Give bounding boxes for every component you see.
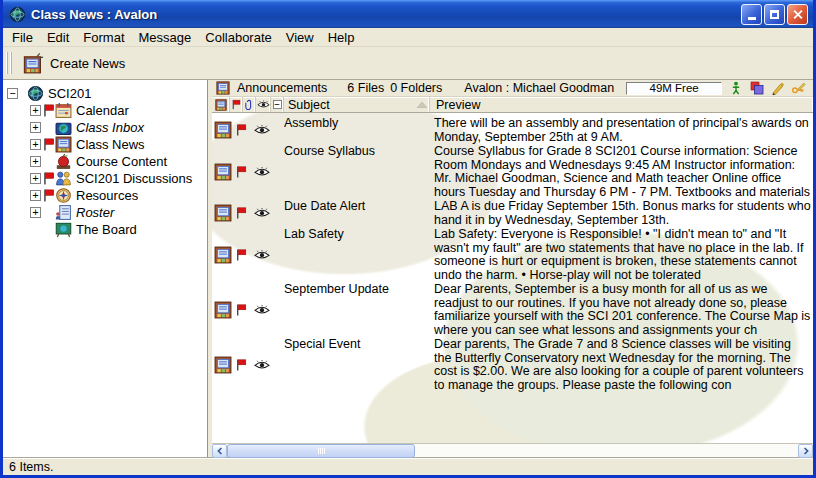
sidebar-item-class-inbox[interactable]: + Class Inbox [3,119,207,136]
message-row-special-event[interactable]: Special Event Dear parents, The Grade 7 … [212,337,813,392]
eye-icon [254,250,270,260]
flag-icon [235,249,247,261]
sidebar-item-calendar[interactable]: + Calendar [3,102,207,119]
folders-count: 0 Folders [390,81,442,95]
sidebar-item-label: SCI201 Discussions [76,171,192,186]
menu-format[interactable]: Format [76,29,131,46]
minimize-button[interactable] [741,4,762,25]
news-icon [214,356,232,374]
toolbar-grip[interactable] [6,52,8,74]
message-subject: Special Event [284,337,434,392]
column-item-icon[interactable] [212,97,230,112]
free-space-indicator: 49M Free [626,82,722,95]
message-preview: Course Syllabus for Grade 8 SCI201 Cours… [434,144,813,199]
message-preview: There will be an assembly and presentati… [434,116,813,144]
news-icon [214,121,232,139]
flag-icon [42,172,55,185]
create-news-label: Create News [50,56,125,71]
create-news-button[interactable]: Create News [14,50,133,76]
flag-icon [42,104,55,117]
green-person-icon [729,81,743,95]
news-icon [215,99,227,111]
message-row-icons [212,337,284,392]
news-icon [214,301,232,319]
people-icon [55,170,72,187]
menu-view[interactable]: View [279,29,321,46]
expand-toggle-icon[interactable]: + [30,139,41,150]
menu-collaborate[interactable]: Collaborate [198,29,279,46]
expand-toggle-icon[interactable]: + [30,190,41,201]
menu-edit[interactable]: Edit [40,29,76,46]
sidebar-item-class-news[interactable]: + Class News [3,136,207,153]
files-count: 6 Files [347,81,384,95]
maximize-button[interactable] [764,4,785,25]
column-read-status[interactable] [256,97,271,112]
scroll-right-button[interactable] [798,444,813,458]
chevron-left-icon [216,447,224,455]
menu-file[interactable]: File [5,29,40,46]
folder-tree-panel: − SCI201 + Calendar + Class Inbox + Clas… [3,80,208,457]
app-window: Class News : Avalon File Edit Format Mes… [0,0,816,478]
column-collapse[interactable]: − [271,97,284,112]
compass-icon [55,187,72,204]
news-icon [55,136,72,153]
sidebar-item-label: Class Inbox [76,120,144,135]
sidebar-item-the-board[interactable]: The Board [3,221,207,238]
scrollbar-thumb[interactable] [227,444,415,458]
message-row-assembly[interactable]: Assembly There will be an assembly and p… [212,116,813,144]
sidebar-item-label: Class News [76,137,145,152]
tree-root-sci201[interactable]: − SCI201 [3,85,207,102]
message-row-icons [212,227,284,282]
sidebar-item-roster[interactable]: + Roster [3,204,207,221]
message-row-icons [212,144,284,199]
board-icon [55,221,72,238]
sidebar-item-label: Course Content [76,154,167,169]
eye-icon [254,360,270,370]
create-news-icon [22,52,44,74]
menu-message[interactable]: Message [132,29,199,46]
message-row-september-update[interactable]: September Update Dear Parents, September… [212,282,813,337]
message-preview: LAB A is due Friday September 15th. Bonu… [434,199,813,227]
scroll-left-button[interactable] [212,444,227,458]
column-subject[interactable]: Subject [284,97,430,112]
sidebar-item-course-content[interactable]: + Course Content [3,153,207,170]
sidebar-item-sci201-discussions[interactable]: + SCI201 Discussions [3,170,207,187]
list-column-header: − Subject Preview [212,97,813,113]
calendar-icon [55,102,72,119]
expand-toggle-icon[interactable]: + [30,207,41,218]
message-row-icons [212,199,284,227]
expand-toggle-icon[interactable]: + [30,173,41,184]
collapse-toggle-icon[interactable]: − [7,88,18,99]
menu-help[interactable]: Help [321,29,362,46]
title-bar: Class News : Avalon [3,0,813,28]
column-flag[interactable] [230,97,243,112]
flag-icon [235,207,247,219]
flag-icon [42,189,55,202]
message-subject: September Update [284,282,434,337]
message-row-lab-safety[interactable]: Lab Safety Lab Safety: Everyone is Respo… [212,227,813,282]
preview-header-label: Preview [436,98,480,112]
flag-icon [235,166,247,178]
message-row-due-date-alert[interactable]: Due Date Alert LAB A is due Friday Septe… [212,199,813,227]
flag-icon [235,124,247,136]
sort-ascending-icon [417,102,427,108]
eye-icon [254,208,270,218]
toolbar-grip-2[interactable] [10,52,12,74]
conference-title: Announcements [237,81,327,95]
close-button[interactable] [787,4,808,25]
column-attachment[interactable] [243,97,256,112]
message-row-course-syllabus[interactable]: Course Syllabus Course Syllabus for Grad… [212,144,813,199]
expand-toggle-icon[interactable]: + [30,105,41,116]
item-count-text: 6 Items. [9,460,53,474]
flag-icon [235,359,247,371]
message-subject: Due Date Alert [284,199,434,227]
message-row-icons [212,282,284,337]
column-preview[interactable]: Preview [430,97,813,112]
sidebar-item-label: The Board [76,222,137,237]
expand-toggle-icon[interactable]: + [30,122,41,133]
sidebar-item-resources[interactable]: + Resources [3,187,207,204]
eye-icon [254,125,270,135]
eye-icon [257,100,270,109]
horizontal-scrollbar[interactable] [212,443,813,457]
expand-toggle-icon[interactable]: + [30,156,41,167]
